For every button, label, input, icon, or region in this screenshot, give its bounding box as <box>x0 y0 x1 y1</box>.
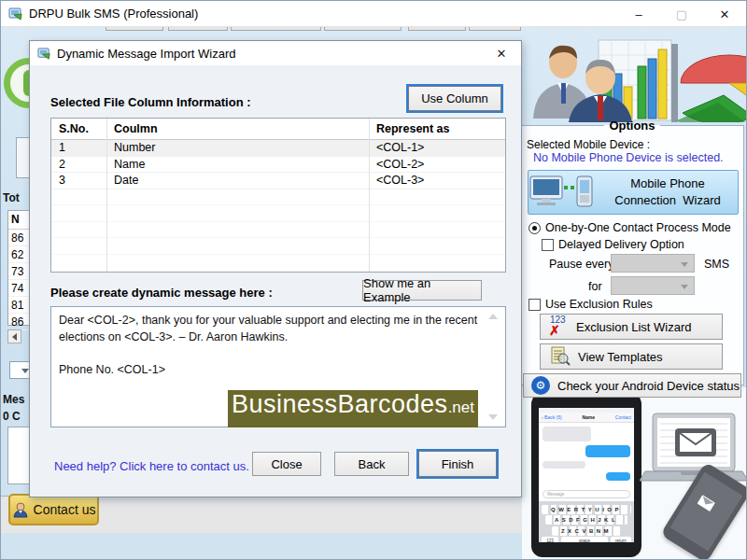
delayed-delivery-label: Delayed Delivery Option <box>558 238 684 251</box>
exclusion-rules-checkbox[interactable] <box>529 299 541 311</box>
connection-wizard-line2: Connection Wizard <box>598 192 738 209</box>
dialog-close-action-button[interactable]: Close <box>252 452 321 476</box>
devices-graphic-area: ‹ Back (5) Name Contact Message QWERTYUI… <box>522 387 747 560</box>
contact-us-button[interactable]: Contact us <box>8 494 99 525</box>
cell-represent: <COL-1> <box>369 141 500 154</box>
sms-label: SMS <box>704 258 729 271</box>
contact-us-label: Contact us <box>34 502 96 517</box>
minimize-button[interactable]: – <box>617 1 660 27</box>
pie-chart-graphic <box>677 55 747 122</box>
person-icon <box>12 501 29 518</box>
cell-sno: 2 <box>51 158 106 171</box>
app-window: Tot N 86 62 73 74 81 86 Mes 0 C DRPU Bul… <box>0 0 747 560</box>
connection-wizard-button[interactable]: Mobile Phone Connection Wizard <box>528 170 739 215</box>
dialog-title: Dynamic Message Import Wizard <box>57 47 235 61</box>
exclusion-list-icon: 123 ✗ <box>548 316 569 337</box>
column-info-label: Selected File Column Information : <box>50 95 251 109</box>
cell-sno: 1 <box>51 141 106 154</box>
table-row[interactable]: 1 Number <COL-1> <box>51 140 505 157</box>
exclusion-list-wizard-button[interactable]: 123 ✗ Exclusion List Wizard <box>540 314 723 340</box>
view-templates-label: View Templates <box>578 350 663 364</box>
for-label: for <box>588 280 602 293</box>
header-column: Coulmn <box>106 122 369 135</box>
background-total-label: Tot <box>3 191 20 204</box>
background-message-label: Mes <box>3 393 24 406</box>
one-by-one-radio[interactable] <box>529 222 541 234</box>
phone-back-label: ‹ Back (5) <box>542 414 562 420</box>
dynamic-message-label: Please create dynamic message here : <box>50 286 273 300</box>
cell-represent: <COL-2> <box>369 158 500 171</box>
dialog-back-button[interactable]: Back <box>334 452 409 476</box>
phone-contact-label: Contact <box>615 414 631 420</box>
check-android-button[interactable]: ⚙ Check your Android Device status <box>523 373 741 398</box>
help-contact-link[interactable]: Need help? Click here to contact us. <box>54 459 249 473</box>
cell-represent: <COL-3> <box>369 174 500 187</box>
dialog-icon <box>37 47 51 61</box>
iphone-graphic: ‹ Back (5) Name Contact Message QWERTYUI… <box>531 393 641 557</box>
delayed-delivery-checkbox[interactable] <box>542 239 554 251</box>
templates-icon <box>550 346 571 367</box>
scroll-down-icon[interactable] <box>488 414 498 420</box>
cell-column: Date <box>106 174 369 187</box>
exclusion-list-label: Exclusion List Wizard <box>576 320 692 334</box>
maximize-button[interactable]: ▢ <box>660 1 703 27</box>
no-device-status: No Mobile Phone Device is selected. <box>533 151 724 164</box>
selected-device-label: Selected Mobile Device : <box>527 138 650 151</box>
dialog-close-button[interactable]: ✕ <box>489 44 514 63</box>
cell-column: Number <box>106 141 369 154</box>
window-title: DRPU Bulk SMS (Professional) <box>29 7 198 21</box>
show-example-button[interactable]: Show me an Example <box>362 280 482 301</box>
dialog-finish-button[interactable]: Finish <box>418 451 497 477</box>
close-button[interactable]: ✕ <box>703 1 746 27</box>
watermark: BusinessBarcodes .net <box>228 390 478 427</box>
header-sno: S.No. <box>51 122 106 135</box>
table-header-row: S.No. Coulmn Represent as <box>51 119 505 140</box>
gear-icon: ⚙ <box>531 376 550 395</box>
view-templates-button[interactable]: View Templates <box>540 343 723 370</box>
header-represent: Represent as <box>369 122 500 135</box>
pause-every-label: Pause every <box>549 258 613 271</box>
app-icon <box>8 7 23 21</box>
scroll-left-button[interactable] <box>7 329 21 343</box>
options-panel: Options Selected Mobile Device : No Mobi… <box>520 119 744 385</box>
phone-message-input: Message <box>543 490 630 498</box>
scroll-up-icon[interactable] <box>488 314 498 319</box>
window-titlebar: DRPU Bulk SMS (Professional) – ▢ ✕ <box>1 1 746 27</box>
import-wizard-dialog: Dynamic Message Import Wizard ✕ Selected… <box>29 40 522 497</box>
cell-sno: 3 <box>51 174 106 187</box>
exclusion-rules-label: Use Exclusion Rules <box>545 298 653 311</box>
phone-keyboard: QWERTYUIOP ASDFGHJKL ZXCVBNM 123 space r… <box>539 501 634 542</box>
banner-graphic <box>514 29 747 122</box>
table-row[interactable]: 3 Date <COL-3> <box>51 173 505 189</box>
one-by-one-label: One-by-One Contact Process Mode <box>545 221 731 234</box>
phone-title: Name <box>582 414 595 420</box>
cell-column: Name <box>106 158 369 171</box>
table-row[interactable]: 2 Name <COL-2> <box>51 157 505 174</box>
use-column-button[interactable]: Use Column <box>408 86 501 111</box>
connection-wizard-line1: Mobile Phone <box>598 175 738 192</box>
options-legend: Options <box>604 119 659 133</box>
column-table[interactable]: S.No. Coulmn Represent as 1 Number <COL-… <box>50 118 506 273</box>
dialog-titlebar: Dynamic Message Import Wizard ✕ <box>30 41 521 65</box>
left-arrow-icon <box>12 333 17 341</box>
computer-phone-icon <box>529 173 598 212</box>
check-android-label: Check your Android Device status <box>557 379 740 393</box>
pause-count-dropdown[interactable] <box>611 254 695 273</box>
pause-duration-dropdown[interactable] <box>611 276 695 295</box>
background-char-count: 0 C <box>3 410 21 423</box>
